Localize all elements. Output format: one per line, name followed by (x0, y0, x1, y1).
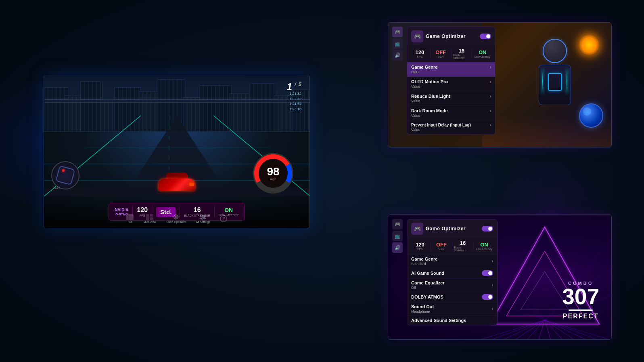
dolby-toggle[interactable] (482, 294, 493, 300)
menu-item-game-genre[interactable]: Game Genre › RPG (407, 62, 495, 77)
lap-time-1: 1:21.32 (289, 91, 301, 97)
sound-menu-ai[interactable]: AI Game Sound (407, 268, 497, 278)
toolbar-multiview-label: Multi-view (143, 221, 156, 223)
svg-line-32 (545, 320, 563, 340)
speed-unit: mph (270, 177, 276, 181)
toolbar-settings[interactable]: All Settings (196, 214, 210, 223)
rpg-background: 🎮 📺 🔊 🎮 Game Optimizer 120 FPS OFF (388, 23, 611, 147)
sound-stats-row: 120 FPS OFF VBR 16 Black Stabilizer ON L… (407, 238, 497, 255)
sound-menu-dolby[interactable]: DOLBY ATMOS (407, 292, 497, 302)
toolbar-game-optimizer[interactable]: Game Optimizer (166, 214, 186, 223)
toolbar-help[interactable]: ? (220, 215, 227, 222)
output-chevron: › (492, 307, 493, 311)
chevron-dark: › (490, 109, 491, 113)
svg-line-34 (545, 320, 587, 340)
chevron-blue: › (490, 94, 491, 99)
neon-right (567, 69, 567, 93)
svg-rect-10 (150, 217, 153, 220)
eq-title: Game Equalizer (411, 280, 492, 285)
optimizer-toggle-top[interactable] (480, 34, 491, 39)
menu-item-reduce-blue[interactable]: Reduce Blue Light › Value (407, 91, 495, 106)
side-nav-sound[interactable]: 🔊 (392, 50, 403, 61)
char-torso (539, 65, 571, 105)
output-left: Sound Out Headphone (411, 304, 492, 314)
stat-ll-sound: ON Low Latency (475, 242, 493, 250)
side-nav-display-b[interactable]: 📺 (392, 231, 403, 241)
bs-lbl-top: Black Stabilizer (453, 54, 470, 59)
music-visualizer: COMBO 307 PERFECT (478, 215, 611, 340)
side-nav-top: 🎮 📺 🔊 (392, 27, 403, 61)
ai-sound-toggle[interactable] (482, 270, 493, 276)
ll-val-top: ON (479, 50, 487, 55)
mini-map (51, 161, 79, 189)
sound-optimizer-toggle[interactable] (482, 226, 493, 232)
stat-fps-top: 120 FPS (411, 50, 429, 58)
character-body (531, 39, 579, 136)
sound-genre-left: Game Genre Standard (411, 257, 492, 266)
advanced-left: Advanced Sound Settings (411, 318, 493, 323)
ll-val-sound: ON (480, 242, 488, 247)
lap-time-2: 1:22.32 (289, 97, 301, 102)
sound-menu-advanced[interactable]: Advanced Sound Settings (407, 316, 497, 325)
gamepad-icon-bg: 🎮 (411, 30, 423, 42)
vbr-lbl-top: VBR (438, 55, 443, 58)
chevron-oled: › (490, 80, 491, 84)
speed-value: 98 (267, 166, 279, 177)
neon-left (542, 69, 543, 93)
side-nav-gamepad-b[interactable]: 🎮 (392, 219, 403, 229)
menu-lag-header: Prevent Input Delay (Input Lag) › (411, 123, 491, 127)
toolbar-optimizer-label: Game Optimizer (166, 221, 186, 223)
toolbar: Full Multi-view Game Optimizer (44, 213, 309, 225)
side-nav-gamepad[interactable]: 🎮 (392, 27, 403, 37)
help-icon: ? (220, 215, 227, 222)
combo-display: COMBO 307 PERFECT (562, 281, 599, 320)
vbr-val-top: OFF (435, 50, 446, 55)
menu-item-input-lag[interactable]: Prevent Input Delay (Input Lag) › Value (407, 120, 495, 135)
ll-lbl-sound: Low Latency (476, 248, 492, 250)
svg-marker-45 (521, 272, 569, 310)
side-nav-display[interactable]: 📺 (392, 38, 403, 49)
sound-gamepad-icon: 🎮 (411, 223, 423, 235)
optimizer-title-top: Game Optimizer (426, 34, 477, 39)
mini-map-label: 22:14 (53, 186, 60, 189)
sound-optimizer-title: Game Optimizer (426, 226, 479, 232)
side-nav-sound-b[interactable]: 🔊 (392, 242, 403, 253)
racing-game-panel: 98 mph 1 / 5 1:21.32 1:22.32 1:24.59 1:2… (44, 75, 310, 228)
robot-ball (579, 103, 603, 128)
menu-oled-value: Value (411, 84, 491, 88)
svg-line-31 (545, 320, 551, 340)
sound-menu-output[interactable]: Sound Out Headphone › (407, 302, 497, 316)
menu-blue-value: Value (411, 99, 491, 103)
toolbar-multiview[interactable]: Multi-view (143, 214, 156, 223)
menu-genre-title: Game Genre (411, 65, 437, 69)
menu-oled-header: OLED Motion Pro › (411, 79, 491, 84)
sound-div-1 (431, 242, 431, 250)
sound-menu-equalizer[interactable]: Game Equalizer Off › (407, 278, 497, 292)
sound-menu-game-genre[interactable]: Game Genre Standard › (407, 255, 497, 268)
toolbar-full[interactable]: Full (126, 214, 134, 223)
ll-lbl-top: Low Latency (475, 55, 490, 58)
settings-icon (199, 214, 207, 220)
perfect-text: PERFECT (562, 313, 599, 320)
racing-background: 98 mph 1 / 5 1:21.32 1:22.32 1:24.59 1:2… (44, 75, 309, 228)
place-indicator: 1 / 5 (287, 81, 301, 93)
overpass (44, 99, 309, 103)
svg-line-30 (539, 320, 545, 340)
svg-rect-8 (146, 214, 149, 220)
neon-lines-svg (478, 215, 611, 340)
menu-item-dark-room[interactable]: Dark Room Mode › Value (407, 106, 495, 120)
combo-bar (569, 309, 593, 311)
toolbar-full-label: Full (128, 221, 132, 223)
energy-orb (579, 35, 599, 55)
menu-item-oled[interactable]: OLED Motion Pro › Value (407, 77, 495, 91)
sound-genre-value: Standard (411, 262, 492, 266)
place-total: 5 (299, 81, 301, 87)
mini-map-track (56, 166, 75, 185)
mini-map-player (62, 169, 65, 172)
speedometer: 98 mph (253, 153, 293, 194)
output-value: Headphone (411, 309, 492, 314)
svg-line-27 (502, 320, 545, 340)
fps-badge: NVIDIA (115, 208, 128, 212)
lap-times: 1:21.32 1:22.32 1:24.59 1:23.10 (289, 91, 301, 112)
svg-point-22 (201, 218, 203, 219)
